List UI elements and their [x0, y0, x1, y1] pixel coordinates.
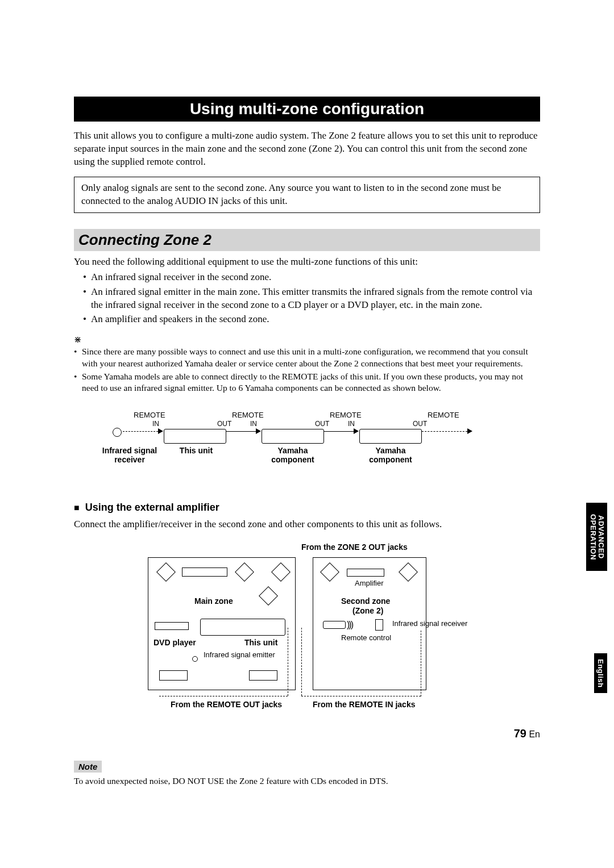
subheading-text: Connect the amplifier/receiver in the se…	[74, 518, 540, 531]
equipment-list: An infrared signal receiver in the secon…	[74, 271, 540, 327]
component-icon	[262, 429, 324, 444]
dvd-icon	[155, 622, 189, 630]
diagram-label: Second zone	[341, 596, 390, 606]
ir-receiver-icon	[375, 619, 383, 631]
intro-paragraph: This unit allows you to configure a mult…	[74, 130, 540, 169]
diagram-connector	[123, 431, 158, 432]
note-label: Note	[74, 761, 102, 773]
diagram-connector	[301, 628, 302, 696]
info-box: Only analog signals are sent to the seco…	[74, 177, 540, 213]
diagram-label: OUT	[217, 420, 231, 428]
diagram-label: Amplifier	[355, 579, 384, 587]
diagram-connector	[422, 431, 467, 432]
ir-emitter-icon	[192, 656, 198, 662]
section-heading-connecting-zone2: Connecting Zone 2	[74, 229, 540, 251]
side-tab-advanced-operation: ADVANCED OPERATION	[586, 503, 607, 571]
diagram-label: Infrared signal receiver	[392, 619, 467, 628]
page-number-lang: En	[529, 729, 540, 739]
diagram-connector	[226, 431, 258, 432]
list-item: An infrared signal receiver in the secon…	[83, 271, 540, 284]
list-item: An infrared signal emitter in the main z…	[83, 286, 540, 312]
side-tab-english: English	[594, 653, 607, 693]
component-icon	[249, 670, 277, 681]
list-item: Since there are many possible ways to co…	[74, 346, 540, 369]
side-tab-text: ADVANCED	[597, 515, 605, 559]
remote-control-icon	[323, 621, 346, 629]
diagram-label: REMOTE	[428, 411, 459, 419]
list-item: Some Yamaha models are able to connect d…	[74, 371, 540, 394]
component-icon	[159, 670, 188, 681]
diagram-label: Infrared signal receiver	[101, 446, 158, 464]
component-icon	[359, 429, 422, 444]
ir-receiver-icon	[113, 428, 122, 437]
list-item: An amplifier and speakers in the second …	[83, 313, 540, 326]
diagram-connector	[324, 431, 356, 432]
diagram-label: (Zone 2)	[352, 606, 383, 615]
notes-list: Since there are many possible ways to co…	[74, 346, 540, 394]
diagram-label: REMOTE	[232, 411, 264, 419]
diagram-label: Yamaha component	[365, 446, 416, 464]
diagram-label: From the REMOTE IN jacks	[313, 700, 415, 709]
diagram-label: Remote control	[341, 633, 391, 642]
diagram-connector	[159, 696, 288, 696]
diagram-label: IN	[152, 420, 159, 428]
page-title: Using multi-zone configuration	[74, 97, 540, 122]
arrowhead-icon	[256, 428, 261, 434]
arrowhead-icon	[354, 428, 359, 434]
diagram-label: This unit	[176, 446, 216, 455]
diagram-connector	[421, 631, 421, 696]
page-number: 79 En	[514, 727, 540, 740]
diagram-label: Infrared signal emitter	[204, 650, 275, 659]
diagram-connector	[288, 628, 288, 696]
diagram-label: Yamaha component	[267, 446, 318, 464]
section1-lead: You need the following additional equipm…	[74, 256, 540, 269]
diagram-label: Main zone	[194, 596, 233, 606]
amplifier-icon	[347, 569, 384, 577]
arrowhead-icon	[467, 428, 472, 434]
side-tab-text: OPERATION	[589, 514, 598, 560]
subheading-using-external-amp: Using the external amplifier	[74, 502, 540, 514]
center-speaker-icon	[182, 567, 227, 577]
arrowhead-icon	[158, 428, 163, 434]
signal-waves-icon: )))	[347, 620, 352, 630]
diagram-label: DVD player	[154, 638, 196, 647]
diagram-label: OUT	[315, 420, 329, 428]
diagram-label: IN	[250, 420, 257, 428]
zone-diagram: From the ZONE 2 OUT jacks Main zone DVD …	[74, 542, 540, 741]
diagram-label: REMOTE	[134, 411, 165, 419]
this-unit-icon	[164, 429, 226, 444]
diagram-label: This unit	[244, 638, 277, 647]
note-text: To avoid unexpected noise, DO NOT USE th…	[74, 776, 540, 786]
diagram-connector	[301, 696, 421, 696]
diagram-label: IN	[348, 420, 355, 428]
remote-chain-diagram: REMOTE REMOTE REMOTE REMOTE IN OUT IN OU…	[74, 411, 540, 490]
page-number-value: 79	[514, 727, 526, 740]
diagram-label: From the REMOTE OUT jacks	[171, 700, 282, 709]
tip-icon: ⋇	[74, 334, 540, 345]
this-unit-icon	[200, 619, 285, 636]
diagram-label: From the ZONE 2 OUT jacks	[301, 542, 408, 552]
diagram-label: OUT	[413, 420, 427, 428]
diagram-label: REMOTE	[330, 411, 362, 419]
